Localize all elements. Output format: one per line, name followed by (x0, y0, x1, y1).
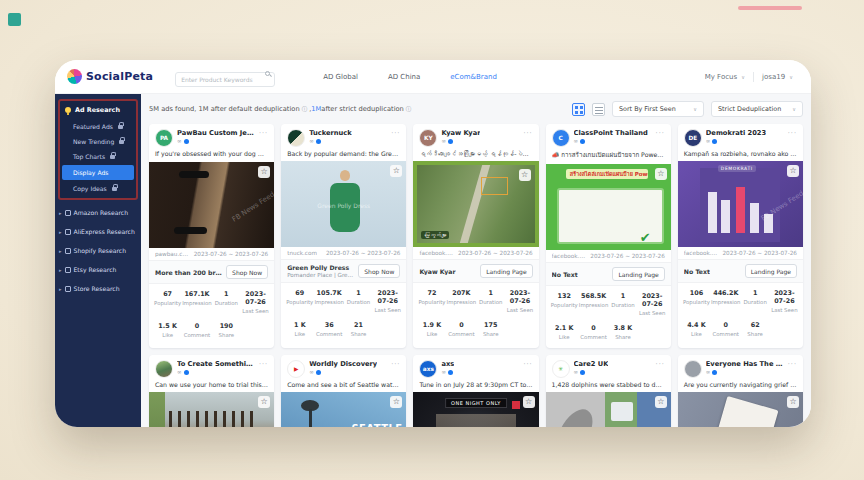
sidebar-subitem[interactable]: Featured Ads (60, 119, 136, 134)
ad-domain[interactable]: pawbau.com (155, 251, 190, 257)
card-header: DE Demokrati 2023 ∞ ··· (678, 124, 803, 149)
favorite-star-button[interactable]: ☆ (523, 396, 535, 408)
favorite-star-button[interactable]: ☆ (258, 166, 270, 178)
lock-icon (110, 155, 115, 159)
ad-creative-image[interactable]: ☆ (546, 392, 671, 427)
ad-card[interactable]: KY Kyaw Kyar ∞ ··· ရက်ဒီထောချ (413, 124, 538, 348)
ad-creative-image[interactable]: ☆ FB News Feed (149, 162, 274, 248)
card-menu-button[interactable]: ··· (523, 360, 532, 368)
card-menu-button[interactable]: ··· (788, 129, 797, 137)
brand-avatar[interactable]: PA (155, 129, 173, 147)
sidebar-item-ad-research[interactable]: Ad Research (60, 101, 136, 119)
brand-avatar[interactable] (155, 360, 173, 378)
grid-view-button[interactable] (572, 103, 585, 116)
favorite-star-button[interactable]: ☆ (655, 396, 667, 408)
brand-name[interactable]: Everyone Has The Freedom To... (706, 360, 784, 368)
brand-name[interactable]: Tuckernuck (309, 129, 352, 137)
cta-button[interactable]: Shop Now (226, 265, 268, 279)
brand-avatar[interactable] (287, 129, 305, 147)
sidebar-subitem[interactable]: Display Ads (62, 165, 134, 180)
card-menu-button[interactable]: ··· (656, 129, 665, 137)
card-menu-button[interactable]: ··· (656, 360, 665, 368)
brand-name[interactable]: PawBau Custom Jewelry (177, 129, 255, 137)
brand-avatar[interactable]: ✳ (552, 360, 570, 378)
ad-creative-image[interactable]: ☆ ONE NIGHT ONLY (413, 392, 538, 427)
cta-button[interactable]: Shop Now (358, 264, 400, 278)
favorite-star-button[interactable]: ☆ (787, 165, 799, 177)
brand-avatar[interactable]: KY (419, 129, 437, 147)
my-focus-menu[interactable]: My Focus ∨ (705, 73, 745, 81)
sidebar-subitem[interactable]: Top Charts (60, 149, 136, 164)
brand-name[interactable]: ClassPoint Thailand (574, 129, 648, 137)
cta-button[interactable]: Landing Page (745, 264, 797, 278)
brand-avatar[interactable]: DE (684, 129, 702, 147)
ad-domain[interactable]: facebook.com/11... (552, 253, 587, 259)
ad-creative-image[interactable]: ☆ SEATTLE WASHINGTON (281, 392, 406, 427)
search-input[interactable] (175, 72, 275, 87)
favorite-star-button[interactable]: ☆ (390, 165, 402, 177)
ad-card[interactable]: C ClassPoint Thailand ∞ ··· � (546, 124, 671, 348)
sidebar-item[interactable]: ▸ AliExpress Research (55, 222, 141, 241)
ad-card[interactable]: Everyone Has The Freedom To... ∞ ··· Are… (678, 355, 803, 427)
ad-creative-image[interactable]: ☆ DEMOKRATI FB News Feed (678, 161, 803, 247)
info-icon[interactable]: ⓘ (406, 106, 412, 113)
cta-button[interactable]: Landing Page (480, 264, 532, 278)
brand-name[interactable]: Demokrati 2023 (706, 129, 766, 137)
favorite-star-button[interactable]: ☆ (390, 396, 402, 408)
main-tab[interactable]: AD Global (323, 73, 358, 81)
sidebar-subitem[interactable]: Copy Ideas (60, 181, 136, 196)
deduplication-dropdown[interactable]: Strict Deduplication ∨ (711, 101, 803, 117)
card-menu-button[interactable]: ··· (788, 360, 797, 368)
ad-card[interactable]: ✳ Care2 UK ∞ ··· 1,428 dolphi (546, 355, 671, 427)
brand-avatar[interactable]: axs (419, 360, 437, 378)
ad-creative-image[interactable]: ☆ (149, 392, 274, 427)
brand-name[interactable]: Kyaw Kyar (441, 129, 480, 137)
card-menu-button[interactable]: ··· (259, 129, 268, 137)
facebook-icon (448, 139, 453, 144)
ad-creative-image[interactable]: ☆ မြေကွက်များ (413, 161, 538, 247)
ad-card[interactable]: Tuckernuck ∞ ··· Back by popular demand:… (281, 124, 406, 348)
main-tab[interactable]: AD China (388, 73, 420, 81)
info-icon[interactable]: ⓘ (302, 106, 308, 113)
ad-card[interactable]: PA PawBau Custom Jewelry ∞ ··· (149, 124, 274, 348)
favorite-star-button[interactable]: ☆ (519, 169, 531, 181)
ad-card[interactable]: axs axs ∞ ··· Tune in on July (413, 355, 538, 427)
stat-popularity: 106 Popularity (682, 289, 711, 313)
list-view-button[interactable] (592, 103, 605, 116)
card-menu-button[interactable]: ··· (259, 360, 268, 368)
ad-creative-image[interactable]: ☆ (678, 392, 803, 427)
card-menu-button[interactable]: ··· (523, 129, 532, 137)
ad-domain[interactable]: facebook.com/10... (684, 250, 719, 256)
sidebar-item[interactable]: ▸ Amazon Research (55, 203, 141, 222)
ad-domain[interactable]: facebook.com/10... (419, 250, 454, 256)
main-tab[interactable]: eCom&Brand (450, 73, 497, 81)
ad-card[interactable]: To Create Something Exceptio... ∞ ··· Ca… (149, 355, 274, 427)
sidebar-subitem[interactable]: New Trending (60, 134, 136, 149)
socialpeta-logo[interactable]: SocialPeta (67, 69, 153, 84)
ad-creative-image[interactable]: ☆ สร้างสไตล์เกมเปิดแผ่นป้าย PowerPoint! (546, 164, 671, 250)
brand-name[interactable]: To Create Something Exceptio... (177, 360, 255, 368)
favorite-star-button[interactable]: ☆ (655, 168, 667, 180)
brand-avatar[interactable]: C (552, 129, 570, 147)
stat-share: 175 Share (476, 321, 505, 337)
brand-name[interactable]: axs (441, 360, 454, 368)
favorite-star-button[interactable]: ☆ (787, 396, 799, 408)
sidebar-item[interactable]: ▸ Shopify Research (55, 241, 141, 260)
brand-avatar[interactable] (684, 360, 702, 378)
brand-name[interactable]: Care2 UK (574, 360, 609, 368)
favorite-star-button[interactable]: ☆ (258, 396, 270, 408)
card-menu-button[interactable]: ··· (391, 129, 400, 137)
brand-avatar[interactable]: ▶ (287, 360, 305, 378)
ad-card[interactable]: DE Demokrati 2023 ∞ ··· Kampa (678, 124, 803, 348)
sort-dropdown[interactable]: Sort By First Seen ∨ (612, 101, 704, 117)
sidebar-item[interactable]: ▸ Store Research (55, 279, 141, 298)
user-menu[interactable]: josa19 ∨ (762, 73, 793, 81)
card-menu-button[interactable]: ··· (391, 360, 400, 368)
cta-button[interactable]: Landing Page (612, 267, 664, 281)
sidebar-item[interactable]: ▸ Etsy Research (55, 260, 141, 279)
socialpeta-logo-text: SocialPeta (86, 70, 153, 83)
ad-domain[interactable]: tnuck.com (287, 250, 317, 256)
ad-card[interactable]: ▶ Worldly Discovery ∞ ··· Com (281, 355, 406, 427)
brand-name[interactable]: Worldly Discovery (309, 360, 377, 368)
ad-creative-image[interactable]: ☆ Green Polly Dress (281, 161, 406, 247)
